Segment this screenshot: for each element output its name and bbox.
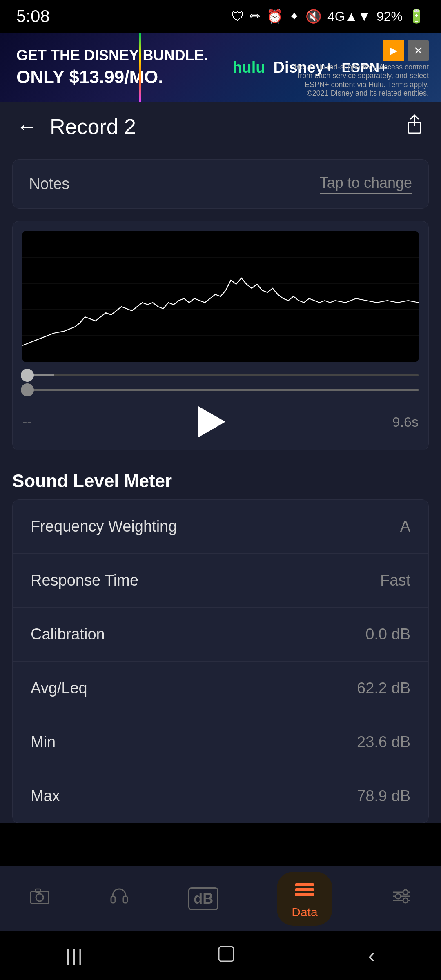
meter-row-calibration[interactable]: Calibration 0.0 dB [13,608,428,662]
svg-point-18 [396,894,401,899]
data-icon [294,878,315,903]
calibration-label: Calibration [31,626,105,643]
settings-icon [391,886,412,912]
home-button[interactable] [216,943,237,968]
min-label: Min [31,733,56,751]
header-left: ← Record 2 [16,114,136,139]
bottom-nav: dB Data [0,866,441,931]
nav-item-settings[interactable] [391,886,412,912]
nav-item-db[interactable]: dB [188,887,218,910]
section-title: Sound Level Meter [12,467,429,499]
ad-small-text: Incl. Hulu (ad-supported). Access conten… [282,63,429,98]
svg-rect-10 [123,896,127,903]
nav-item-camera[interactable] [29,886,50,912]
svg-rect-20 [219,947,234,961]
svg-rect-11 [295,883,314,886]
svg-rect-9 [111,896,115,903]
notes-row[interactable]: Notes Tap to change [12,159,429,209]
meter-row-response[interactable]: Response Time Fast [13,554,428,608]
ad-text: GET THE DISNEY BUNDLE. ONLY $13.99/MO. [12,46,208,89]
back-button[interactable]: ← [16,114,38,139]
bluetooth-icon: ✦ [289,9,300,24]
slider-thumb-top[interactable] [21,369,34,382]
svg-rect-8 [36,889,40,892]
notes-label: Notes [29,175,69,193]
avgleq-label: Avg/Leq [31,679,87,697]
headphone-icon [109,886,130,912]
battery-level: 92% [376,9,403,24]
signal-icon: 4G▲▼ [327,9,371,24]
svg-point-19 [403,898,408,903]
playback-time-right: 9.6s [392,414,419,430]
calibration-value: 0.0 dB [365,626,410,643]
min-value: 23.6 dB [357,733,410,751]
mute-icon: 🔇 [305,9,322,24]
main-content: Notes Tap to change [0,151,441,823]
meter-row-min[interactable]: Min 23.6 dB [13,715,428,769]
meter-row-avgleq[interactable]: Avg/Leq 62.2 dB [13,662,428,715]
sim-icon: 🛡 [231,9,244,24]
back-button-sys[interactable]: ‹ [368,943,375,968]
response-time-label: Response Time [31,572,138,589]
nav-item-data[interactable]: Data [277,872,332,926]
share-button[interactable] [404,114,425,139]
meter-row-frequency[interactable]: Frequency Weighting A [13,500,428,554]
svg-rect-13 [295,893,314,896]
battery-icon: 🔋 [408,9,425,24]
edit-icon: ✏ [250,9,261,24]
max-label: Max [31,787,60,805]
waveform-display [22,231,419,362]
nav-item-headphone[interactable] [109,886,130,912]
status-time: 5:08 [16,7,50,26]
svg-point-17 [403,890,408,895]
alarm-icon: ⏰ [267,9,283,24]
ad-close-button[interactable]: ✕ [408,40,429,61]
playback-time-left: -- [22,414,32,430]
recent-apps-button[interactable]: ||| [66,946,84,965]
ad-banner[interactable]: GET THE DISNEY BUNDLE. ONLY $13.99/MO. h… [0,33,441,102]
play-button[interactable] [194,403,230,440]
playback-controls: -- 9.6s [22,399,419,440]
camera-icon [29,886,50,912]
meter-row-max[interactable]: Max 78.9 dB [13,769,428,823]
app-header: ← Record 2 [0,102,441,151]
slider-thumb-bottom[interactable] [21,383,34,396]
response-time-value: Fast [380,572,410,589]
waveform-card: -- 9.6s [12,221,429,450]
status-icons: 🛡 ✏ ⏰ ✦ 🔇 4G▲▼ 92% 🔋 [231,9,425,24]
status-bar: 5:08 🛡 ✏ ⏰ ✦ 🔇 4G▲▼ 92% 🔋 [0,0,441,33]
data-nav-label: Data [292,905,317,919]
svg-rect-12 [295,888,314,891]
notes-tap-hint[interactable]: Tap to change [320,174,412,194]
svg-point-7 [36,894,43,901]
hulu-logo: hulu [232,59,265,76]
playback-slider[interactable] [22,362,419,399]
play-icon [198,406,225,437]
ad-play-icon[interactable]: ▶ [383,40,404,61]
avgleq-value: 62.2 dB [357,679,410,697]
max-value: 78.9 dB [357,787,410,805]
meter-card: Frequency Weighting A Response Time Fast… [12,499,429,823]
frequency-weighting-label: Frequency Weighting [31,518,177,535]
frequency-weighting-value: A [400,518,410,535]
db-icon: dB [188,887,218,910]
page-title: Record 2 [50,114,136,139]
system-nav: ||| ‹ [0,931,441,980]
